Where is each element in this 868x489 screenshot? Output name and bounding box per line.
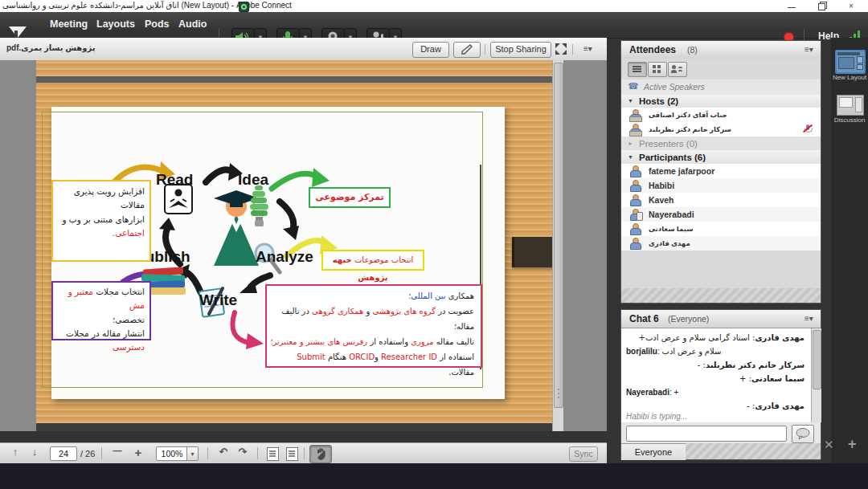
attendees-view-toolbar <box>621 59 821 80</box>
microphone-muted-icon <box>802 124 813 135</box>
participant-row[interactable]: سیما سعادتی <box>621 222 821 237</box>
share-vertical-scrollbar[interactable] <box>552 60 563 431</box>
chat-message: مهدی قادری: استاد گرامی سلام و عرض ادب+ <box>626 333 805 342</box>
presenters-section-header[interactable]: ► Presenters (0) <box>621 137 821 151</box>
expand-icon[interactable]: ► <box>628 141 633 146</box>
fit-width-icon[interactable] <box>286 447 298 461</box>
send-message-button[interactable] <box>792 425 814 443</box>
wrench-icon[interactable]: ✕ <box>824 438 834 452</box>
chat-scrollbar[interactable] <box>811 328 821 422</box>
participant-row[interactable]: Kaveh <box>621 193 821 208</box>
share-pod-content: Read Idea Analyze Write Publish تمرکز مو… <box>0 60 607 431</box>
share-pod-toolbar: ↑ ↓ 24 / 26 — + 100% ▼ ↶ ↷ Sync <box>0 442 607 464</box>
chat-header: Chat 6 (Everyone) ≡▾ <box>621 310 821 328</box>
layouts-sidebar: ≡▾ × New Layout Discussion <box>831 38 868 463</box>
collapse-icon[interactable]: ▼ <box>628 98 633 104</box>
fullscreen-icon[interactable] <box>555 43 567 58</box>
active-speakers-row: ☎ Active Speakers <box>621 79 821 96</box>
host-row[interactable]: سرکار خانم دکتر نظربلند <box>621 122 821 137</box>
slide-bookmark-decoration <box>512 237 555 267</box>
fit-page-icon[interactable] <box>267 447 279 461</box>
pink-arrow <box>227 308 267 349</box>
adobe-connect-app-icon <box>239 2 249 12</box>
active-speaker-phone-icon: ☎ <box>628 81 639 92</box>
layout-label-discussion: Discussion <box>831 116 868 124</box>
chat-tab-everyone[interactable]: Everyone <box>621 443 686 460</box>
zoom-in-button[interactable]: + <box>130 446 146 461</box>
close-button[interactable]: × <box>839 2 863 11</box>
participant-row[interactable]: Habibi <box>621 178 821 194</box>
minimize-button[interactable] <box>780 2 804 11</box>
participant-avatar-icon <box>629 223 641 234</box>
previous-page-button[interactable]: ↑ <box>8 446 23 461</box>
menu-layouts[interactable]: Layouts <box>96 18 135 30</box>
layout-thumbnail-new-layout[interactable] <box>835 50 866 74</box>
label-analyze: Analyze <box>256 248 313 266</box>
participant-name: Nayerabadi <box>649 210 694 219</box>
chat-pod-menu-icon[interactable]: ≡▾ <box>805 314 813 323</box>
menu-audio[interactable]: Audio <box>178 18 207 30</box>
layout-thumbnail-discussion[interactable] <box>837 95 864 116</box>
attendee-status-view-button[interactable] <box>668 62 687 77</box>
chat-scope: (Everyone) <box>668 314 709 324</box>
chat-message: سیما سعادتی: + <box>626 374 805 383</box>
page-number-input[interactable]: 24 <box>50 446 77 461</box>
chat-pod: Chat 6 (Everyone) ≡▾ مهدی قادری: استاد گ… <box>620 309 821 460</box>
chat-message: مهدی قادری: - <box>626 401 805 410</box>
chat-message: سرکار خانم دکتر نظربلند: - <box>626 361 805 369</box>
chat-message: Nayerabadi: + <box>626 388 805 397</box>
menu-meeting[interactable]: Meeting <box>50 18 88 30</box>
topics-box: انتخاب موضوعات جبهه پژوهش <box>321 250 424 271</box>
share-pod-menu-icon[interactable]: ≡▾ <box>583 44 592 53</box>
pan-tool-button[interactable] <box>309 445 332 463</box>
participant-name: Habibi <box>649 181 674 190</box>
attendee-grid-view-button[interactable] <box>648 62 667 77</box>
attendees-resize-handle[interactable] <box>621 288 821 303</box>
participant-row[interactable]: fateme jafarpoor <box>621 164 821 179</box>
pointer-tool-button[interactable] <box>453 42 481 58</box>
participant-avatar-icon <box>629 165 641 177</box>
participant-name: fateme jafarpoor <box>649 166 714 176</box>
window-titlebar: اتاق آنلاین مراسم-دانشکده علوم تربیتی و … <box>0 0 868 12</box>
share-pod-header: پژوهش یساز یمری.pdf Draw Stop Sharing ≡▾ <box>0 38 607 61</box>
chat-message-list[interactable]: مهدی قادری: استاد گرامی سلام و عرض ادب+ … <box>621 328 811 422</box>
zoom-dropdown-icon[interactable]: ▼ <box>186 446 199 461</box>
host-name: جناب آقای دکتر اصنافی <box>649 111 727 119</box>
stop-sharing-button[interactable]: Stop Sharing <box>490 42 551 58</box>
zoom-out-button[interactable]: — <box>109 446 125 461</box>
participant-avatar-icon <box>629 194 641 206</box>
host-row[interactable]: جناب آقای دکتر اصنافی <box>621 108 821 123</box>
share-vertical-scrollbar-thumb[interactable] <box>554 63 563 408</box>
hosts-section-header[interactable]: ▼ Hosts (2) <box>621 95 821 108</box>
chat-message: borjalilu: سلام و عرض ادب <box>626 347 805 356</box>
participant-mobile-avatar-icon <box>629 209 641 220</box>
label-write: Write <box>199 291 237 309</box>
next-page-button[interactable]: ↓ <box>27 446 42 461</box>
add-pod-icon[interactable]: + <box>848 436 857 453</box>
person-view-icon <box>672 65 676 69</box>
idea-bulb-icon <box>247 184 271 230</box>
attendee-list-view-button[interactable] <box>628 62 647 77</box>
attendees-header: Attendees (8) ≡▾ <box>621 41 821 59</box>
draw-button[interactable]: Draw <box>412 42 449 58</box>
sync-button[interactable]: Sync <box>569 446 598 462</box>
pen-icon <box>461 44 473 55</box>
label-idea: Idea <box>238 171 268 189</box>
participant-row[interactable]: Nayerabadi <box>621 207 821 222</box>
speech-bubble-icon <box>796 428 810 440</box>
participant-row[interactable]: مهدی قادری <box>621 236 821 251</box>
rotate-left-button[interactable]: ↶ <box>215 446 231 461</box>
attendees-title: Attendees <box>629 44 676 55</box>
collapse-icon[interactable]: ▼ <box>628 154 633 160</box>
chat-scrollbar-thumb[interactable] <box>813 330 821 389</box>
layout-label-new: New Layout <box>831 74 868 81</box>
rotate-right-button[interactable]: ↷ <box>235 446 251 461</box>
host-name: سرکار خانم دکتر نظربلند <box>649 125 731 133</box>
attendees-pod-menu-icon[interactable]: ≡▾ <box>805 45 813 54</box>
restore-button[interactable] <box>809 2 833 11</box>
menu-pods[interactable]: Pods <box>145 18 170 30</box>
zoom-level-value[interactable]: 100% <box>156 446 188 461</box>
chat-input[interactable] <box>626 426 787 442</box>
participants-section-header[interactable]: ▼ Participants (6) <box>621 150 821 165</box>
participant-avatar-icon <box>629 180 641 191</box>
